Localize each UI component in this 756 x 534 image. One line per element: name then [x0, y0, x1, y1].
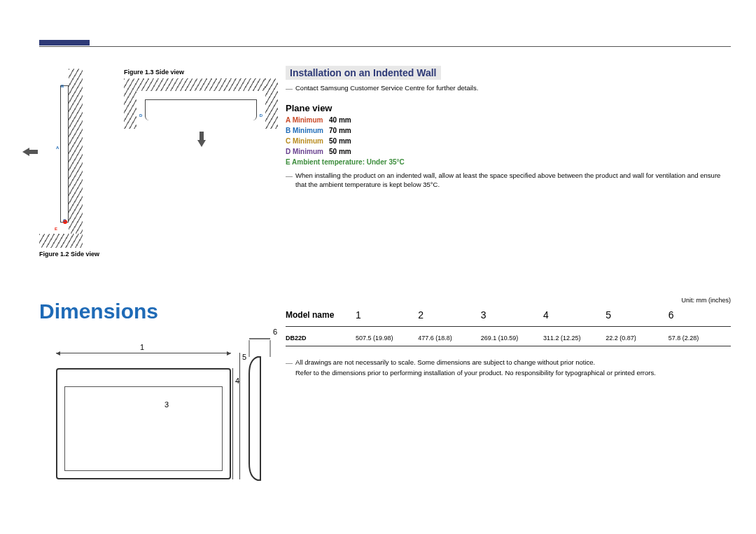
spec-b-val: 70 mm — [329, 127, 351, 134]
spec-e-key: E Ambient temperature: Under 35°C — [286, 158, 405, 166]
plane-view-heading: Plane view — [286, 103, 731, 113]
table-rule-1 — [286, 326, 731, 327]
val-3: 269.1 (10.59) — [481, 335, 543, 342]
dim-3: 3 — [164, 400, 169, 409]
footnote-1: All drawings are not necessarily to scal… — [286, 358, 731, 367]
col-2: 2 — [418, 309, 480, 321]
model-name-header: Model name — [286, 310, 356, 320]
footnote-2: Refer to the dimensions prior to perform… — [286, 369, 731, 377]
unit-label: Unit: mm (inches) — [681, 297, 731, 304]
svg-marker-0 — [22, 148, 38, 156]
label-a: A — [56, 146, 59, 150]
spec-b-key: B Minimum — [286, 127, 329, 134]
arrow-down-icon — [194, 132, 209, 150]
dimensions-front-diagram: 1 2 3 4 5 — [56, 358, 231, 479]
dimensions-side-diagram: 6 — [242, 332, 283, 483]
right-column: Installation on an Indented Wall Contact… — [286, 66, 731, 520]
arrow-left-icon — [22, 144, 38, 162]
contact-note: Contact Samsung Customer Service Centre … — [286, 84, 731, 93]
col-6: 6 — [668, 309, 731, 321]
val-4: 311.2 (12.25) — [543, 335, 606, 342]
val-2: 477.6 (18.8) — [418, 335, 480, 342]
val-1: 507.5 (19.98) — [356, 335, 418, 342]
dim-4: 4 — [235, 377, 239, 385]
dimensions-table-row: DB22D 507.5 (19.98) 477.6 (18.8) 269.1 (… — [286, 335, 731, 342]
figure-1-2-caption: Figure 1.2 Side view — [39, 251, 99, 258]
row-model: DB22D — [286, 335, 356, 342]
label-d-left: D — [139, 113, 142, 118]
left-column: Figure 1.3 Side view Figure 1.2 Side vie… — [39, 66, 262, 520]
dimensions-table-header: Model name 1 2 3 4 5 6 — [286, 309, 731, 321]
val-6: 57.8 (2.28) — [668, 335, 731, 342]
val-5: 22.2 (0.87) — [606, 335, 668, 342]
spec-d-key: D Minimum — [286, 148, 329, 155]
label-b: B — [61, 84, 64, 88]
spec-d-val: 50 mm — [329, 148, 351, 155]
dim-1: 1 — [140, 343, 144, 351]
label-c: C — [63, 218, 66, 223]
header-accent-bar — [39, 40, 90, 45]
col-1: 1 — [356, 309, 418, 321]
svg-marker-1 — [197, 132, 206, 147]
label-e: E — [55, 227, 57, 231]
figure-1-2-sideview: B A C E — [39, 69, 83, 248]
spec-c-val: 50 mm — [329, 137, 351, 145]
col-3: 3 — [481, 309, 543, 321]
spec-a-key: A Minimum — [286, 116, 329, 124]
col-4: 4 — [543, 309, 606, 321]
spec-a-val: 40 mm — [329, 116, 351, 124]
spec-c-key: C Minimum — [286, 137, 329, 145]
indent-wall-note: When installing the product on an indent… — [286, 171, 731, 190]
figure-1-3-caption: Figure 1.3 Side view — [124, 69, 184, 76]
label-d-right: D — [260, 113, 262, 118]
dimensions-heading: Dimensions — [39, 300, 158, 323]
section-title-installation: Installation on an Indented Wall — [286, 66, 441, 80]
figure-1-3-planeview: D D — [124, 78, 278, 141]
table-rule-2 — [286, 346, 731, 346]
dim-6: 6 — [273, 328, 277, 336]
col-5: 5 — [606, 309, 668, 321]
header-rule — [39, 46, 731, 47]
